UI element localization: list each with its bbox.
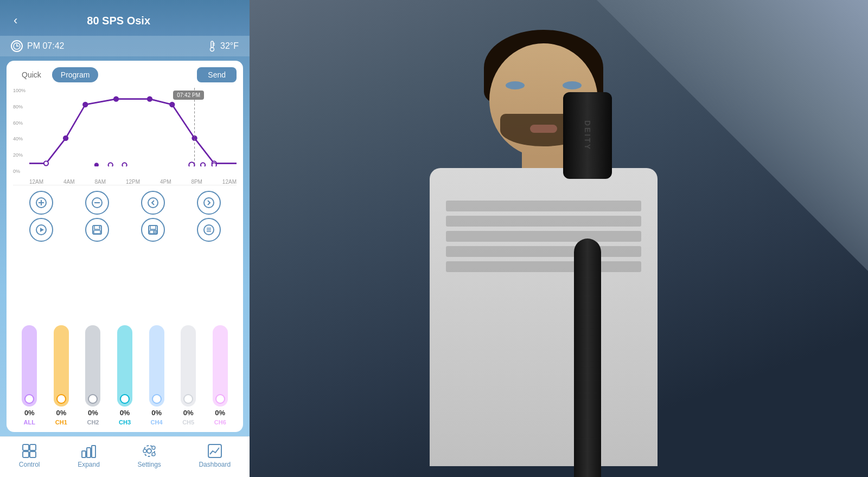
nav-dashboard-label: Dashboard	[199, 461, 231, 468]
status-bar: PM 07:42 32°F	[0, 36, 250, 56]
svg-point-9	[83, 102, 87, 107]
channel-ch3-label: CH3	[119, 419, 131, 426]
bottom-nav: Control Expand Settings	[0, 436, 250, 477]
channel-ch2-label: CH2	[87, 419, 99, 426]
load-button[interactable]	[141, 218, 165, 242]
svg-rect-44	[23, 444, 29, 450]
channel-ch5[interactable]: 0% CH5	[175, 325, 202, 426]
add-button[interactable]	[29, 191, 53, 215]
temperature-value: 32°F	[220, 41, 239, 51]
nav-expand-label: Expand	[78, 461, 100, 468]
phone-header: ‹ 80 SPS Osix	[0, 0, 250, 36]
channels-grid: 0% ALL 0% CH1 0% CH2	[13, 247, 237, 426]
svg-point-51	[147, 449, 151, 453]
svg-point-10	[114, 97, 118, 101]
play-button[interactable]	[29, 218, 53, 242]
svg-point-11	[148, 97, 152, 101]
chart-svg[interactable]	[29, 88, 237, 166]
svg-rect-48	[82, 451, 86, 457]
svg-point-34	[99, 227, 100, 228]
svg-point-27	[148, 198, 158, 208]
channel-ch5-pct: 0%	[183, 409, 194, 417]
channel-all-pct: 0%	[24, 409, 35, 417]
svg-rect-56	[208, 444, 221, 457]
svg-point-16	[94, 163, 99, 166]
app-title: 80 SPS Osix	[87, 15, 150, 27]
svg-rect-3	[211, 41, 213, 48]
settings-icon	[142, 443, 157, 459]
video-background: DEITY	[244, 0, 868, 477]
chart-area[interactable]: 100% 80% 60% 40% 20% 0% 07:42 PM	[13, 88, 237, 185]
channel-ch3[interactable]: 0% CH3	[111, 325, 139, 426]
main-card: Quick Program Send 100% 80% 60% 40% 20% …	[7, 61, 243, 432]
svg-point-12	[170, 102, 174, 107]
person-body	[430, 168, 658, 466]
nav-settings[interactable]: Settings	[132, 441, 166, 470]
nav-expand[interactable]: Expand	[72, 441, 105, 470]
svg-point-39	[154, 231, 156, 233]
svg-point-19	[189, 162, 194, 166]
svg-point-55	[143, 449, 146, 453]
program-tab[interactable]: Program	[52, 67, 99, 82]
save-button[interactable]	[85, 218, 109, 242]
nav-dashboard[interactable]: Dashboard	[193, 441, 236, 470]
minus-button[interactable]	[85, 191, 109, 215]
svg-point-20	[201, 163, 205, 166]
channel-all-label: ALL	[24, 419, 35, 426]
time-display: PM 07:42	[11, 40, 64, 52]
svg-rect-50	[92, 446, 95, 457]
chart-x-labels: 12AM 4AM 8AM 12PM 4PM 8PM 12AM	[29, 179, 237, 185]
send-button[interactable]: Send	[197, 67, 237, 82]
svg-rect-36	[150, 225, 156, 229]
channel-ch5-label: CH5	[182, 419, 194, 426]
svg-point-8	[63, 136, 68, 140]
list-button[interactable]	[197, 218, 221, 242]
channel-ch4-label: CH4	[151, 419, 163, 426]
back-button[interactable]: ‹	[11, 11, 20, 30]
dashboard-icon	[207, 443, 222, 459]
nav-settings-label: Settings	[137, 461, 161, 468]
channel-ch6-label: CH6	[214, 419, 226, 426]
channel-ch2-pct: 0%	[88, 409, 98, 417]
prev-button[interactable]	[141, 191, 165, 215]
channel-ch2[interactable]: 0% CH2	[79, 325, 107, 426]
channel-ch4[interactable]: 0% CH4	[143, 325, 170, 426]
control-icon	[22, 443, 37, 459]
svg-rect-46	[23, 452, 29, 457]
nav-control-label: Control	[19, 461, 40, 468]
channel-ch1-pct: 0%	[56, 409, 66, 417]
mic-brand-text: DEITY	[583, 120, 592, 151]
channel-ch6[interactable]: 0% CH6	[206, 325, 234, 426]
svg-rect-45	[30, 444, 36, 450]
chart-y-labels: 100% 80% 60% 40% 20% 0%	[13, 88, 25, 185]
expand-icon	[81, 443, 96, 459]
mic-body: DEITY	[563, 92, 612, 179]
svg-point-28	[204, 198, 214, 208]
channel-ch6-pct: 0%	[215, 409, 225, 417]
channel-ch1[interactable]: 0% CH1	[48, 325, 75, 426]
temperature-display: 32°F	[207, 40, 239, 52]
svg-rect-47	[30, 452, 36, 457]
mic-stand	[574, 238, 601, 477]
svg-point-54	[152, 453, 155, 456]
channel-ch4-pct: 0%	[151, 409, 162, 417]
channel-all[interactable]: 0% ALL	[16, 325, 43, 426]
svg-point-17	[108, 163, 113, 166]
app-panel: ‹ 80 SPS Osix PM 07:42 32°F	[0, 0, 250, 477]
controls-grid	[13, 191, 237, 242]
svg-marker-30	[40, 228, 44, 232]
tab-row: Quick Program Send	[13, 67, 237, 82]
channel-ch3-pct: 0%	[120, 409, 130, 417]
svg-point-53	[152, 446, 155, 449]
nav-control[interactable]: Control	[14, 441, 46, 470]
quick-tab[interactable]: Quick	[13, 67, 50, 82]
svg-rect-33	[94, 230, 100, 234]
svg-rect-49	[87, 448, 91, 457]
svg-point-21	[212, 163, 216, 166]
clock-icon	[11, 40, 23, 52]
next-button[interactable]	[197, 191, 221, 215]
time-value: PM 07:42	[27, 41, 64, 51]
svg-point-18	[122, 163, 126, 166]
svg-point-7	[44, 161, 48, 165]
channel-ch1-label: CH1	[55, 419, 67, 426]
